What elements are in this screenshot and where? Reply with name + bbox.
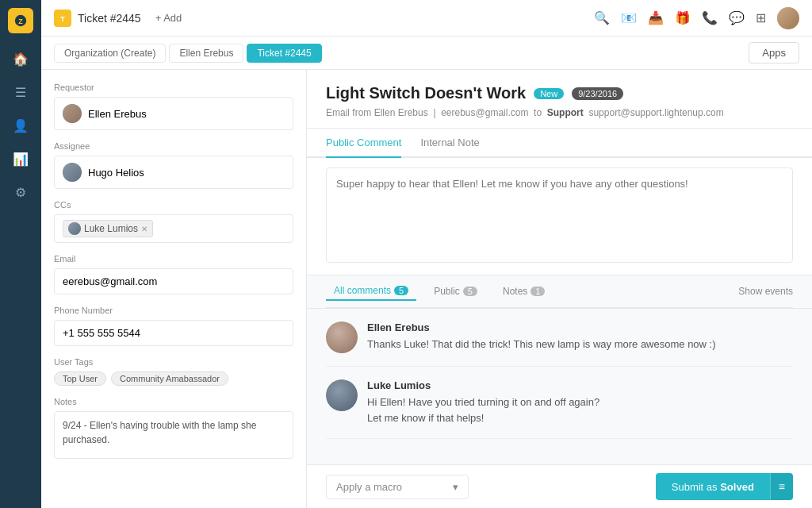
topbar-title: T Ticket #2445 [54, 10, 141, 27]
breadcrumb: Organization (Create) Ellen Erebus Ticke… [41, 37, 812, 70]
sidebar-item-users[interactable]: 👤 [6, 111, 35, 140]
menu-icon: ≡ [779, 480, 785, 493]
ticket-title-row: Light Switch Doesn't Work New 9/23/2016 [326, 84, 793, 102]
meta-support-email: support@support.lightenup.com [588, 107, 723, 118]
comment-body-1: Ellen Erebus Thanks Luke! That did the t… [367, 321, 793, 353]
svg-text:T: T [60, 15, 65, 23]
topbar-actions: 🔍 📧 📥 🎁 📞 💬 ⊞ [594, 7, 799, 29]
show-events[interactable]: Show events [738, 286, 793, 297]
ccs-field: Luke Lumios ✕ [54, 214, 293, 243]
requestor-field: Ellen Erebus [54, 97, 293, 130]
main-content: T Ticket #2445 + Add 🔍 📧 📥 🎁 📞 💬 ⊞ Organ… [41, 0, 812, 508]
phone-value: +1 555 555 5544 [63, 327, 140, 339]
filter-tabs: All comments 5 Public 5 Notes 1 Show eve… [326, 275, 793, 308]
tag-top-user: Top User [54, 371, 106, 386]
ticket-icon: T [54, 10, 71, 27]
requestor-name: Ellen Erebus [88, 108, 147, 120]
ticket-meta: Email from Ellen Erebus | eerebus@gmail.… [326, 107, 793, 118]
add-button[interactable]: + Add [155, 12, 182, 24]
download-icon[interactable]: 📥 [648, 10, 664, 25]
chevron-down-icon: ▾ [453, 481, 458, 493]
comment-avatar-2 [326, 379, 358, 411]
topbar: T Ticket #2445 + Add 🔍 📧 📥 🎁 📞 💬 ⊞ [41, 0, 812, 37]
email-value: eerebus@gmail.com [63, 275, 157, 287]
email-label: Email [54, 254, 293, 264]
app-logo: Z [8, 8, 33, 33]
tab-internal-note[interactable]: Internal Note [420, 129, 479, 158]
phone-field[interactable]: +1 555 555 5544 [54, 320, 293, 346]
macro-placeholder: Apply a macro [336, 481, 402, 493]
chat-icon[interactable]: 💬 [729, 10, 745, 25]
email-field[interactable]: eerebus@gmail.com [54, 268, 293, 294]
badge-date: 9/23/2016 [572, 87, 623, 100]
search-icon[interactable]: 🔍 [594, 10, 610, 25]
reply-textarea[interactable] [326, 167, 793, 263]
cc-remove-icon[interactable]: ✕ [141, 225, 147, 233]
public-count: 5 [463, 287, 477, 296]
submit-dropdown-button[interactable]: ≡ [770, 473, 793, 500]
notes-label: Notes [54, 397, 293, 406]
assignee-avatar [63, 163, 82, 182]
sidebar-item-tickets[interactable]: ☰ [6, 78, 35, 106]
cc-tag: Luke Lumios ✕ [63, 220, 153, 237]
assignee-label: Assignee [54, 141, 293, 151]
badge-new: New [534, 88, 564, 99]
submit-solved-button[interactable]: Submit as Solved [656, 473, 770, 500]
content-area: Requestor Ellen Erebus Assignee Hugo Hel… [41, 70, 812, 508]
user-avatar[interactable] [777, 7, 799, 29]
assignee-name: Hugo Helios [88, 167, 144, 179]
comment-author-1: Ellen Erebus [367, 321, 793, 333]
phone-icon[interactable]: 📞 [702, 10, 718, 25]
comment-body-2: Luke Lumios Hi Ellen! Have you tried tur… [367, 379, 793, 425]
ticket-header: Light Switch Doesn't Work New 9/23/2016 … [307, 70, 812, 129]
phone-label: Phone Number [54, 306, 293, 315]
comments-list: Ellen Erebus Thanks Luke! That did the t… [307, 309, 812, 464]
comment-text-1: Thanks Luke! That did the trick! This ne… [367, 337, 793, 352]
notes-field[interactable]: 9/24 - Ellen's having trouble with the l… [54, 411, 293, 459]
filter-notes[interactable]: Notes 1 [495, 283, 553, 300]
right-panel: Light Switch Doesn't Work New 9/23/2016 … [307, 70, 812, 508]
bottom-bar: Apply a macro ▾ Submit as Solved ≡ [307, 464, 812, 508]
notes-count: 1 [530, 287, 545, 296]
sidebar-item-settings[interactable]: ⚙ [6, 178, 35, 206]
submit-group: Submit as Solved ≡ [656, 473, 793, 500]
tab-public-comment[interactable]: Public Comment [326, 129, 401, 158]
sidebar-item-home[interactable]: 🏠 [6, 44, 35, 73]
gift-icon[interactable]: 🎁 [675, 10, 691, 25]
email-icon[interactable]: 📧 [621, 10, 637, 25]
all-comments-count: 5 [394, 286, 408, 295]
breadcrumb-org[interactable]: Organization (Create) [54, 44, 166, 63]
topbar-title-text: Ticket #2445 [78, 12, 141, 25]
ccs-label: CCs [54, 200, 293, 210]
meta-from: Email from Ellen Erebus [326, 107, 428, 118]
apps-button[interactable]: Apps [749, 42, 799, 64]
meta-to: to [534, 107, 542, 118]
table-row: Luke Lumios Hi Ellen! Have you tried tur… [326, 367, 793, 439]
left-panel: Requestor Ellen Erebus Assignee Hugo Hel… [41, 70, 307, 508]
apps-grid-icon[interactable]: ⊞ [756, 10, 766, 25]
ticket-title: Light Switch Doesn't Work [326, 84, 526, 102]
table-row: Ellen Erebus Thanks Luke! That did the t… [326, 309, 793, 367]
meta-support: Support [547, 107, 584, 118]
sidebar: Z 🏠 ☰ 👤 📊 ⚙ [0, 0, 41, 508]
cc-avatar [68, 222, 81, 235]
breadcrumb-ticket[interactable]: Ticket #2445 [247, 44, 321, 63]
comment-tabs: Public Comment Internal Note [307, 129, 812, 158]
filter-tabs-container: All comments 5 Public 5 Notes 1 Show eve… [307, 275, 812, 309]
reply-area [307, 158, 812, 275]
filter-all-comments[interactable]: All comments 5 [326, 282, 416, 301]
tag-community: Community Amabassador [111, 371, 228, 386]
cc-name: Luke Lumios [84, 223, 138, 234]
tags-row: Top User Community Amabassador [54, 371, 293, 386]
macro-select[interactable]: Apply a macro ▾ [326, 475, 469, 499]
filter-public[interactable]: Public 5 [426, 283, 485, 300]
tags-label: User Tags [54, 357, 293, 367]
breadcrumb-user[interactable]: Ellen Erebus [169, 44, 243, 63]
requestor-label: Requestor [54, 83, 293, 92]
meta-email: eerebus@gmail.com [441, 107, 528, 118]
comment-avatar-1 [326, 321, 358, 353]
requestor-avatar [63, 104, 82, 123]
assignee-field: Hugo Helios [54, 156, 293, 189]
sidebar-item-reports[interactable]: 📊 [6, 144, 35, 173]
comment-text-2: Hi Ellen! Have you tried turning it on a… [367, 394, 793, 425]
